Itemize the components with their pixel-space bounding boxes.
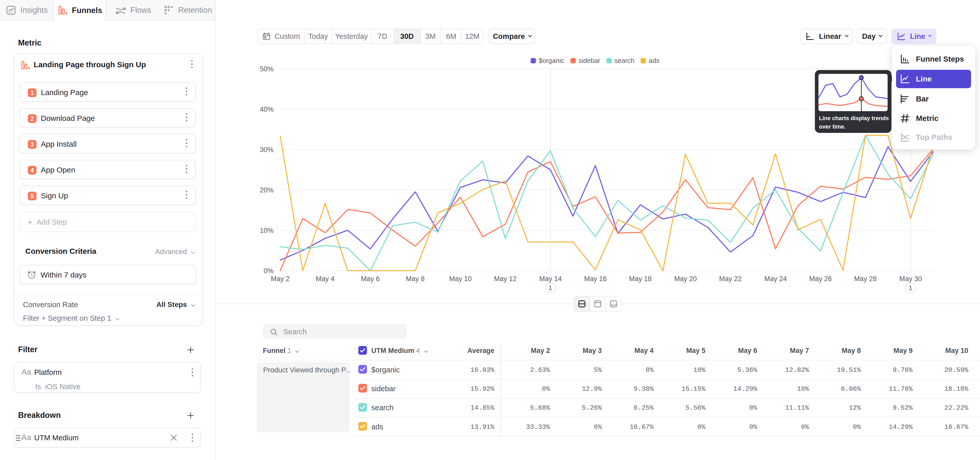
svg-text:May 24: May 24 [764, 275, 787, 283]
svg-text:May 14: May 14 [539, 275, 562, 283]
svg-text:May 26: May 26 [809, 275, 832, 283]
svg-text:1: 1 [909, 284, 912, 292]
svg-text:May 20: May 20 [674, 275, 697, 283]
svg-text:May 6: May 6 [361, 275, 380, 283]
svg-text:May 28: May 28 [854, 275, 877, 283]
svg-text:May 12: May 12 [494, 275, 517, 283]
svg-text:May 22: May 22 [719, 275, 742, 283]
svg-text:May 8: May 8 [406, 275, 425, 283]
svg-text:0%: 0% [264, 267, 274, 275]
svg-text:10%: 10% [260, 227, 274, 234]
svg-text:May 18: May 18 [629, 275, 652, 283]
svg-text:May 4: May 4 [316, 275, 334, 283]
svg-text:May 16: May 16 [584, 275, 607, 283]
svg-text:20%: 20% [260, 186, 274, 194]
svg-text:May 30: May 30 [899, 275, 922, 283]
svg-text:50%: 50% [260, 65, 274, 73]
svg-text:May 2: May 2 [271, 275, 290, 283]
svg-text:May 10: May 10 [449, 275, 472, 283]
svg-text:30%: 30% [260, 146, 274, 153]
svg-text:1: 1 [549, 284, 552, 292]
svg-text:40%: 40% [260, 105, 274, 113]
